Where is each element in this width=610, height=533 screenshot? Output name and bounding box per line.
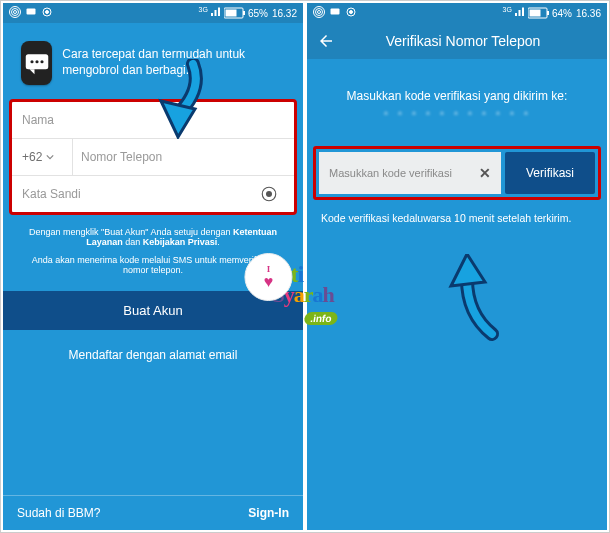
network-type: 3G [503, 6, 512, 13]
register-email-link[interactable]: Mendaftar dengan alamat email [3, 342, 303, 368]
message-icon [25, 6, 37, 20]
legal-text-1: Dengan mengklik "Buat Akun" Anda setuju … [3, 223, 303, 251]
app-bar: Verifikasi Nomor Telepon [307, 23, 607, 59]
svg-point-15 [318, 11, 321, 14]
svg-rect-23 [547, 11, 549, 15]
chevron-down-icon [46, 153, 54, 161]
country-code-selector[interactable]: +62 [22, 139, 73, 175]
svg-point-16 [316, 9, 323, 16]
signal-icon [210, 6, 222, 20]
svg-point-0 [14, 11, 17, 14]
name-placeholder: Nama [22, 113, 54, 127]
battery-pct: 65% [248, 8, 268, 19]
svg-rect-22 [529, 10, 540, 17]
password-field[interactable]: Kata Sandi [12, 176, 294, 212]
screen-signup: 3G 65% 16.32 Cara tercepat dan termudah … [3, 3, 303, 530]
bottom-bar: Sudah di BBM? Sign-In [3, 495, 303, 530]
masked-number: ＊＊＊＊＊＊＊＊＊＊＊ [307, 107, 607, 140]
already-text: Sudah di BBM? [17, 506, 100, 520]
bbm-logo [21, 41, 52, 85]
verify-prompt: Masukkan kode verifikasi yang dikirim ke… [307, 59, 607, 107]
battery-pct: 64% [552, 8, 572, 19]
show-password-icon[interactable] [260, 185, 278, 203]
sign-in-link[interactable]: Sign-In [248, 506, 289, 520]
back-button[interactable] [317, 32, 335, 50]
phone-field[interactable]: +62 Nomor Telepon [12, 139, 294, 176]
signup-form: Nama +62 Nomor Telepon Kata Sandi [9, 99, 297, 215]
battery-icon [528, 7, 550, 19]
battery-icon [224, 7, 246, 19]
screen-verify: 3G 64% 16.36 Verifikasi Nomor Telepon Ma… [307, 3, 607, 530]
network-type: 3G [199, 6, 208, 13]
svg-rect-3 [27, 9, 36, 15]
svg-point-10 [30, 60, 33, 63]
code-input[interactable]: Masukkan kode verifikasi ✕ [319, 152, 501, 194]
target-icon [345, 6, 357, 20]
page-title: Verifikasi Nomor Telepon [347, 33, 579, 49]
svg-point-12 [40, 60, 43, 63]
create-account-button[interactable]: Buat Akun [3, 291, 303, 330]
legal-text-2: Anda akan menerima kode melalui SMS untu… [3, 251, 303, 279]
code-placeholder: Masukkan kode verifikasi [329, 167, 452, 179]
verify-form: Masukkan kode verifikasi ✕ Verifikasi [313, 146, 601, 200]
svg-rect-7 [225, 10, 236, 17]
privacy-link[interactable]: Kebijakan Privasi [143, 237, 218, 247]
message-icon [329, 6, 341, 20]
target-icon [41, 6, 53, 20]
expiry-hint: Kode verifikasi kedaluwarsa 10 menit set… [307, 206, 607, 230]
phone-placeholder: Nomor Telepon [81, 150, 162, 164]
signal-icon [514, 6, 526, 20]
status-bar: 3G 65% 16.32 [3, 3, 303, 23]
intro-text: Cara tercepat dan termudah untuk mengobr… [62, 47, 285, 78]
svg-point-20 [350, 11, 353, 14]
svg-rect-18 [331, 9, 340, 15]
svg-point-11 [35, 60, 38, 63]
arrow-annotation [437, 254, 517, 344]
password-placeholder: Kata Sandi [22, 187, 81, 201]
svg-point-14 [266, 191, 272, 197]
hotspot-icon [9, 6, 21, 20]
svg-point-5 [46, 11, 49, 14]
status-bar: 3G 64% 16.36 [307, 3, 607, 23]
clear-icon[interactable]: ✕ [479, 165, 491, 181]
name-field[interactable]: Nama [12, 102, 294, 139]
svg-point-1 [12, 9, 19, 16]
svg-rect-8 [243, 11, 245, 15]
clock: 16.36 [576, 8, 601, 19]
clock: 16.32 [272, 8, 297, 19]
hotspot-icon [313, 6, 325, 20]
verify-button[interactable]: Verifikasi [505, 152, 595, 194]
